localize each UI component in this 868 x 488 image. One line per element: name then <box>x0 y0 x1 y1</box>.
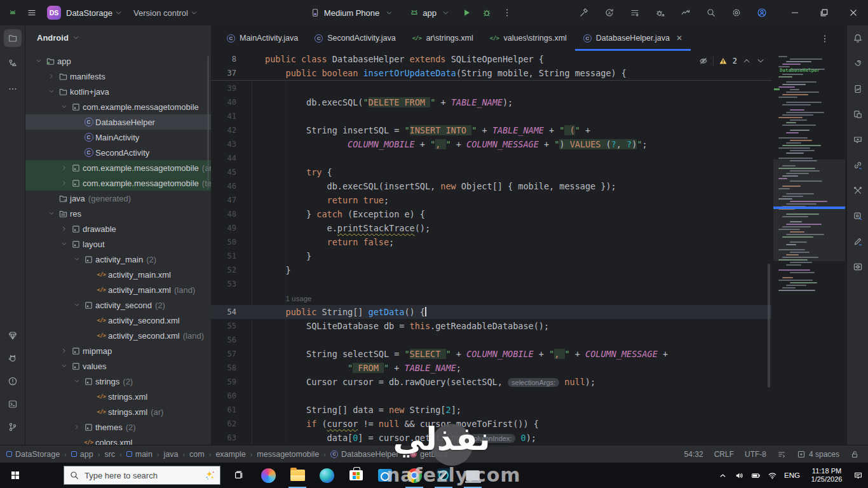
chevron-down-icon[interactable] <box>46 210 57 217</box>
gradle-icon[interactable] <box>847 51 868 76</box>
inlay-hint-line[interactable]: 1 usage <box>211 291 771 305</box>
version-control-icon[interactable] <box>0 416 25 438</box>
close-tab-icon[interactable]: ✕ <box>676 34 682 43</box>
logcat-icon[interactable] <box>0 347 25 370</box>
code-line-48[interactable]: 48 } catch (Exception e) { <box>211 207 771 221</box>
tree-item-colors-xml[interactable]: </>colors.xml <box>25 435 211 445</box>
sync-project-icon[interactable]: A <box>599 4 619 21</box>
code-line-41[interactable]: 41 <box>211 109 771 123</box>
problems-icon[interactable] <box>0 370 25 393</box>
breadcrumb-item[interactable]: messagetomobile <box>257 450 319 459</box>
tree-item-activity-main-xml[interactable]: </>activity_main.xml <box>25 267 211 282</box>
breadcrumb-item[interactable]: DataStorage <box>6 450 60 459</box>
tree-item-strings-xml[interactable]: </>strings.xml <box>25 389 211 404</box>
breadcrumb-item[interactable]: example <box>215 450 245 459</box>
code-line-59[interactable]: 59 Cursor cursor = db.rawQuery(selectSQL… <box>211 375 771 389</box>
tree-item-activity-second-xml[interactable]: </>activity_second.xml <box>25 313 211 328</box>
more-actions-icon[interactable] <box>499 4 515 21</box>
build-tools-icon[interactable] <box>847 178 868 203</box>
project-tree-scrollbar[interactable] <box>207 56 209 189</box>
edge-app-icon[interactable] <box>312 463 341 488</box>
outlook-app-icon[interactable] <box>370 463 400 488</box>
device-selector[interactable]: Medium Phone <box>310 8 395 18</box>
breadcrumb-item[interactable]: mgetData <box>410 450 448 459</box>
line-ending[interactable]: CRLF <box>714 450 734 459</box>
code-line-39[interactable]: 39 <box>211 81 771 95</box>
chevron-right-icon[interactable] <box>58 226 69 232</box>
chevron-down-icon[interactable] <box>71 256 82 262</box>
inspections-widget[interactable]: 2 <box>699 54 765 68</box>
project-view-mode[interactable]: Android <box>25 25 211 50</box>
search-everywhere-icon[interactable] <box>701 4 721 21</box>
caret-position[interactable]: 54:32 <box>684 450 703 459</box>
code-line-60[interactable]: 60 <box>211 389 771 403</box>
device-app-icon[interactable] <box>458 463 487 488</box>
wifi-icon[interactable] <box>768 471 777 480</box>
editor-tab[interactable]: CSecondActivity.java <box>306 25 403 51</box>
tree-item-secondactivity[interactable]: CSecondActivity <box>25 145 211 160</box>
editor-tab[interactable]: CMainActivity.java <box>219 25 306 51</box>
battery-icon[interactable] <box>751 471 761 480</box>
project-name[interactable]: DataStorage <box>66 8 112 18</box>
minimize-button[interactable] <box>780 0 810 25</box>
debug-button[interactable] <box>478 4 495 21</box>
action-center-icon[interactable] <box>853 471 863 480</box>
more-tool-windows-icon[interactable] <box>0 76 25 102</box>
code-line-63[interactable]: 63 data[0] = cursor.getString(columnInde… <box>211 431 771 445</box>
code-line-46[interactable]: 46 db.execSQL(insertSQL, new Object[] { … <box>211 179 771 193</box>
editor-tab[interactable]: </>values\strings.xml <box>482 25 575 51</box>
settings-icon[interactable] <box>726 4 746 21</box>
code-line-49[interactable]: 49 e.printStackTrace(); <box>211 221 771 235</box>
minimap[interactable]: DatabaseHelper <box>773 53 845 435</box>
tree-item-themes[interactable]: themes(2) <box>25 419 211 435</box>
device-explorer-icon[interactable] <box>847 102 868 127</box>
tree-item-activity-main-xml[interactable]: </>activity_main.xml(land) <box>25 282 211 297</box>
breadcrumb-item[interactable]: com <box>189 450 205 459</box>
tree-item-drawable[interactable]: drawable <box>25 221 211 236</box>
structure-icon[interactable] <box>0 51 25 76</box>
file-encoding[interactable]: UTF-8 <box>745 450 766 459</box>
tree-item-strings[interactable]: strings(2) <box>25 374 211 389</box>
editor-tab[interactable]: CDatabaseHelper.java✕ <box>575 25 691 51</box>
breadcrumb-item[interactable]: CDatabaseHelper <box>330 450 398 459</box>
tree-item-mainactivity[interactable]: CMainActivity <box>25 130 211 145</box>
code-area[interactable]: 8public class DatabaseHelper extends SQL… <box>211 51 846 445</box>
run-configuration-selector[interactable]: app <box>409 8 452 18</box>
chevron-right-icon[interactable] <box>58 348 69 354</box>
tree-item-com-example-messagetomobile[interactable]: com.example.messagetomobile(test) <box>25 175 211 191</box>
main-menu-icon[interactable] <box>27 8 37 18</box>
tree-item-app[interactable]: app <box>25 53 211 69</box>
build-icon[interactable] <box>574 4 593 21</box>
code-line-56[interactable]: 56 <box>211 333 771 347</box>
start-button[interactable] <box>0 463 31 488</box>
tree-item-mipmap[interactable]: mipmap <box>25 343 211 358</box>
android-studio-app-icon[interactable] <box>429 463 458 488</box>
code-line-51[interactable]: 51 } <box>211 249 771 263</box>
chevron-down-icon[interactable] <box>46 88 57 95</box>
tray-expand-icon[interactable] <box>718 471 728 480</box>
indent-size[interactable]: 4 spaces <box>809 450 839 459</box>
code-line-54[interactable]: 54 public String[] getData() { <box>211 305 771 319</box>
code-line-62[interactable]: 62 if (cursor != null && cursor.moveToFi… <box>211 417 771 431</box>
code-line-47[interactable]: 47 return true; <box>211 193 771 207</box>
app-links-assistant-icon[interactable] <box>847 152 868 178</box>
live-edit-icon[interactable] <box>847 229 868 254</box>
code-line-53[interactable]: 53 <box>211 277 771 291</box>
microsoft-store-app-icon[interactable] <box>341 463 370 488</box>
volume-icon[interactable] <box>735 471 744 480</box>
editor-scrollbar[interactable] <box>768 264 770 388</box>
preview-icon[interactable] <box>847 254 868 280</box>
code-line-42[interactable]: 42 String insertSQL = "INSERT INTO " + T… <box>211 123 771 137</box>
tree-item-activity-second-xml[interactable]: </>activity_second.xml(land) <box>25 328 211 343</box>
taskbar-clock[interactable]: 11:18 PM 1/25/2026 <box>807 467 846 484</box>
tree-item-com-example-messagetomobile[interactable]: com.example.messagetomobile <box>25 99 211 114</box>
chevron-right-icon[interactable] <box>46 73 57 79</box>
tree-item-databasehelper[interactable]: CDatabaseHelper <box>25 114 211 130</box>
tab-options-icon[interactable] <box>820 34 830 44</box>
code-line-44[interactable]: 44 <box>211 151 771 165</box>
notifications-icon[interactable] <box>847 25 868 51</box>
chevron-down-icon[interactable] <box>71 378 82 384</box>
account-avatar[interactable] <box>752 4 771 21</box>
breadcrumb-item[interactable]: java <box>164 450 179 459</box>
code-line-61[interactable]: 61 String[] data = new String[2]; <box>211 403 771 417</box>
